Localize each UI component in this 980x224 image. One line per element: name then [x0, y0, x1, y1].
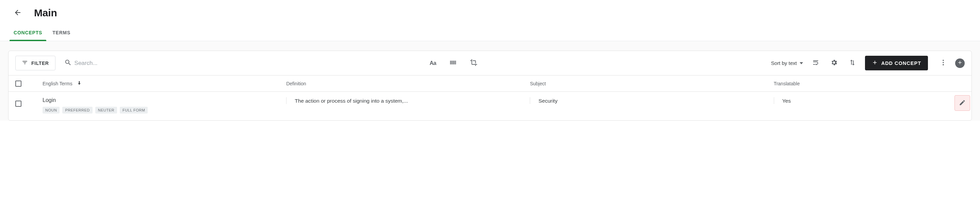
- svg-point-1: [943, 62, 944, 63]
- sort-dropdown[interactable]: Sort by text: [771, 60, 803, 66]
- cell-definition: The action or process of signing into a …: [286, 97, 530, 104]
- plus-circle-icon: [957, 60, 963, 66]
- svg-point-0: [943, 60, 944, 61]
- filter-button[interactable]: FILTER: [15, 56, 56, 70]
- settings-button[interactable]: [828, 57, 840, 69]
- col-terms[interactable]: English Terms: [43, 80, 286, 87]
- page-title: Main: [34, 7, 57, 19]
- col-terms-label: English Terms: [43, 81, 73, 86]
- caret-down-icon: [800, 62, 803, 64]
- sort-desc-icon: [76, 80, 82, 87]
- back-button[interactable]: [11, 6, 24, 20]
- more-vertical-icon: [940, 59, 947, 67]
- toolbar: FILTER Aa: [8, 51, 972, 75]
- concepts-panel: FILTER Aa: [8, 51, 972, 121]
- add-concept-label: ADD CONCEPT: [881, 60, 921, 66]
- filter-label: FILTER: [31, 60, 49, 66]
- wrap-text-icon: [812, 59, 819, 67]
- plus-icon: [872, 59, 878, 67]
- add-concept-button[interactable]: ADD CONCEPT: [865, 56, 928, 70]
- filter-icon: [22, 59, 28, 67]
- table-header: English Terms Definition Subject Transla…: [8, 75, 972, 92]
- term-name: Login: [43, 97, 286, 103]
- barcode-button[interactable]: [447, 57, 459, 69]
- search-wrap: [64, 59, 150, 68]
- sort-label-text: Sort by text: [771, 60, 797, 66]
- tag: PREFERRED: [62, 107, 92, 114]
- barcode-icon: [450, 59, 457, 67]
- cell-subject: Security: [530, 97, 773, 104]
- swap-sort-button[interactable]: [846, 57, 858, 69]
- text-case-icon: Aa: [430, 60, 436, 66]
- search-icon: [64, 59, 72, 68]
- tag: NEUTER: [95, 107, 117, 114]
- gear-icon: [830, 59, 838, 67]
- col-translatable[interactable]: Translatable: [774, 81, 944, 86]
- cell-translatable: Yes: [774, 97, 944, 104]
- more-button[interactable]: [937, 57, 949, 69]
- table-body: Login NOUN PREFERRED NEUTER FULL FORM Th…: [8, 92, 972, 120]
- text-case-button[interactable]: Aa: [427, 57, 439, 69]
- col-definition[interactable]: Definition: [286, 81, 530, 86]
- crop-button[interactable]: [468, 57, 479, 69]
- tag: FULL FORM: [120, 107, 148, 114]
- pencil-icon: [959, 99, 966, 107]
- select-all-checkbox[interactable]: [15, 81, 21, 87]
- wrap-text-button[interactable]: [810, 57, 821, 69]
- swap-vertical-icon: [849, 59, 856, 67]
- search-input[interactable]: [75, 60, 150, 67]
- table-row[interactable]: Login NOUN PREFERRED NEUTER FULL FORM Th…: [8, 92, 972, 120]
- tag: NOUN: [43, 107, 60, 114]
- tab-terms[interactable]: TERMS: [52, 27, 70, 41]
- tab-concepts[interactable]: CONCEPTS: [14, 27, 42, 41]
- term-tags: NOUN PREFERRED NEUTER FULL FORM: [43, 107, 286, 114]
- svg-point-2: [943, 64, 944, 65]
- crop-icon: [470, 59, 477, 67]
- add-circle-button[interactable]: [955, 59, 965, 68]
- tab-bar: CONCEPTS TERMS: [0, 22, 980, 41]
- row-checkbox[interactable]: [15, 101, 21, 107]
- edit-row-button[interactable]: [955, 95, 970, 111]
- arrow-left-icon: [14, 8, 22, 17]
- col-subject[interactable]: Subject: [530, 81, 773, 86]
